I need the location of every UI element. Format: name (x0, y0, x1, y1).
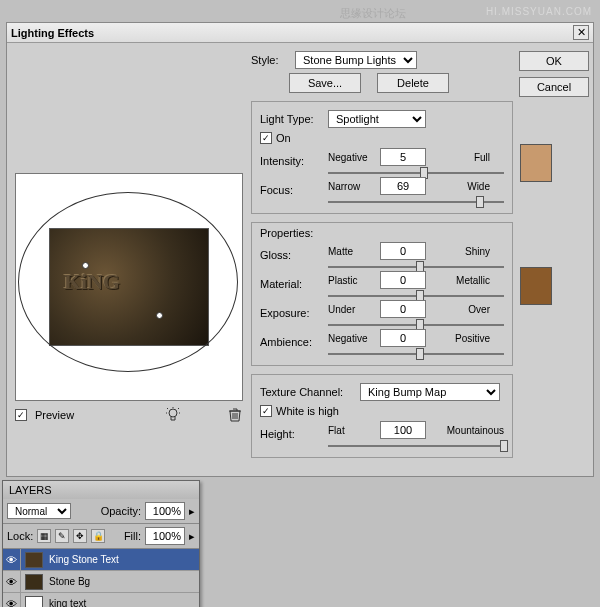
focus-slider[interactable] (328, 201, 504, 203)
fill-label: Fill: (124, 530, 141, 542)
layer-name: King Stone Text (47, 554, 199, 565)
properties-group: Properties: Gloss: Matte Shiny (251, 222, 513, 366)
texture-group: Texture Channel: King Bump Map ✓ White i… (251, 374, 513, 458)
focus-label: Focus: (260, 184, 324, 196)
opacity-label: Opacity: (101, 505, 141, 517)
exposure-slider[interactable] (328, 324, 504, 326)
ambience-right: Positive (430, 333, 490, 344)
exposure-left: Under (328, 304, 376, 315)
opacity-input[interactable] (145, 502, 185, 520)
on-checkbox[interactable]: ✓ (260, 132, 272, 144)
light-handle-center[interactable] (82, 262, 89, 269)
material-input[interactable] (380, 271, 426, 289)
white-high-checkbox[interactable]: ✓ (260, 405, 272, 417)
texture-channel-label: Texture Channel: (260, 386, 356, 398)
preview-checkbox[interactable]: ✓ (15, 409, 27, 421)
light-ellipse[interactable] (18, 192, 238, 372)
dialog-title: Lighting Effects (11, 27, 573, 39)
material-slider[interactable] (328, 295, 504, 297)
chevron-right-icon[interactable]: ▸ (189, 530, 195, 543)
texture-channel-select[interactable]: King Bump Map (360, 383, 500, 401)
layer-row[interactable]: 👁 Stone Bg (3, 571, 199, 593)
lighting-effects-dialog: Lighting Effects ✕ KiNG ✓ Preview (6, 22, 594, 477)
trash-icon[interactable] (227, 407, 243, 423)
exposure-label: Exposure: (260, 307, 324, 319)
style-select[interactable]: Stone Bump Lights (295, 51, 417, 69)
ambience-input[interactable] (380, 329, 426, 347)
layer-name: king text (47, 598, 199, 607)
visibility-icon[interactable]: 👁 (3, 593, 21, 607)
visibility-icon[interactable]: 👁 (3, 549, 21, 570)
light-color-swatch[interactable] (520, 144, 552, 182)
intensity-slider[interactable] (328, 172, 504, 174)
focus-input[interactable] (380, 177, 426, 195)
lock-position-icon[interactable]: ✥ (73, 529, 87, 543)
fill-input[interactable] (145, 527, 185, 545)
height-input[interactable] (380, 421, 426, 439)
intensity-right: Full (430, 152, 490, 163)
material-label: Material: (260, 278, 324, 290)
intensity-input[interactable] (380, 148, 426, 166)
lightbulb-icon[interactable] (165, 407, 181, 423)
properties-legend: Properties: (260, 227, 313, 239)
layer-thumbnail[interactable] (25, 552, 43, 568)
lock-all-icon[interactable]: 🔒 (91, 529, 105, 543)
lock-pixels-icon[interactable]: ✎ (55, 529, 69, 543)
light-type-group: Light Type: Spotlight ✓ On Intensity: Ne… (251, 101, 513, 214)
intensity-label: Intensity: (260, 155, 324, 167)
height-right: Mountainous (430, 425, 504, 436)
material-right: Metallic (430, 275, 490, 286)
titlebar: Lighting Effects ✕ (7, 23, 593, 43)
gloss-left: Matte (328, 246, 376, 257)
gloss-slider[interactable] (328, 266, 504, 268)
gloss-right: Shiny (430, 246, 490, 257)
ambience-label: Ambience: (260, 336, 324, 348)
preview-canvas[interactable]: KiNG (15, 173, 243, 401)
cancel-button[interactable]: Cancel (519, 77, 589, 97)
exposure-input[interactable] (380, 300, 426, 318)
exposure-right: Over (430, 304, 490, 315)
layer-row[interactable]: 👁 king text (3, 593, 199, 607)
blend-mode-select[interactable]: Normal (7, 503, 71, 519)
ok-button[interactable]: OK (519, 51, 589, 71)
white-high-label: White is high (276, 405, 339, 417)
layers-panel: LAYERS Normal Opacity: ▸ Lock: ▦ ✎ ✥ 🔒 F… (2, 480, 200, 607)
light-type-select[interactable]: Spotlight (328, 110, 426, 128)
height-slider[interactable] (328, 445, 504, 447)
focus-left: Narrow (328, 181, 376, 192)
save-button[interactable]: Save... (289, 73, 361, 93)
svg-point-0 (169, 409, 177, 417)
layer-thumbnail[interactable] (25, 596, 43, 608)
light-type-label: Light Type: (260, 113, 324, 125)
lock-transparent-icon[interactable]: ▦ (37, 529, 51, 543)
style-label: Style: (251, 54, 289, 66)
height-left: Flat (328, 425, 376, 436)
layer-row[interactable]: 👁 King Stone Text (3, 549, 199, 571)
ambient-color-swatch[interactable] (520, 267, 552, 305)
gloss-label: Gloss: (260, 249, 324, 261)
intensity-left: Negative (328, 152, 376, 163)
ambience-slider[interactable] (328, 353, 504, 355)
visibility-icon[interactable]: 👁 (3, 571, 21, 592)
watermark-url: HI.MISSYUAN.COM (486, 6, 592, 17)
preview-label: Preview (35, 409, 74, 421)
gloss-input[interactable] (380, 242, 426, 260)
close-button[interactable]: ✕ (573, 25, 589, 40)
material-left: Plastic (328, 275, 376, 286)
layer-thumbnail[interactable] (25, 574, 43, 590)
chevron-right-icon[interactable]: ▸ (189, 505, 195, 518)
ambience-left: Negative (328, 333, 376, 344)
lock-label: Lock: (7, 530, 33, 542)
on-label: On (276, 132, 291, 144)
height-label: Height: (260, 428, 324, 440)
watermark-cn: 思缘设计论坛 (340, 6, 406, 21)
focus-right: Wide (430, 181, 490, 192)
layer-name: Stone Bg (47, 576, 199, 587)
layers-title: LAYERS (9, 484, 52, 496)
delete-button[interactable]: Delete (377, 73, 449, 93)
light-handle-edge[interactable] (156, 312, 163, 319)
